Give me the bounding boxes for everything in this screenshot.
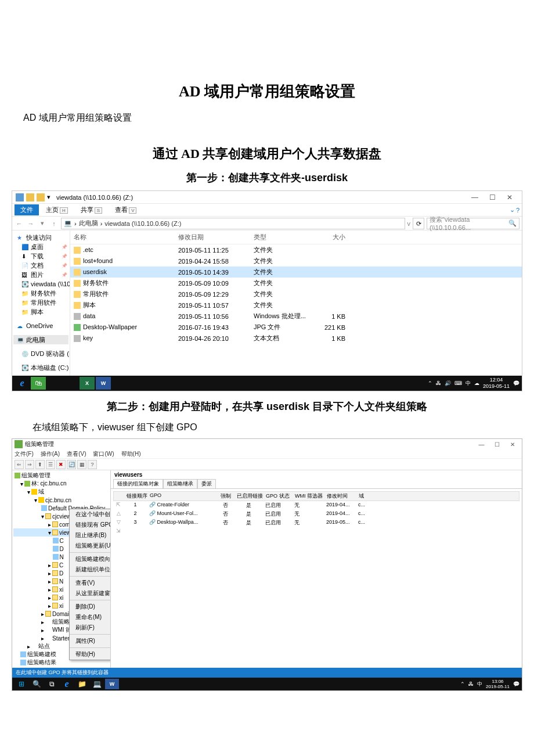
file-row[interactable]: .etc2019-05-11 11:25文件夹: [70, 244, 522, 255]
gp-col-mod[interactable]: 修改时间: [324, 492, 356, 501]
col-size[interactable]: 大小: [308, 232, 349, 243]
breadcrumb-location[interactable]: viewdata (\\10.10.0.66) (Z:): [104, 220, 181, 227]
gp-col-order[interactable]: 链接顺序: [124, 492, 147, 501]
col-type[interactable]: 类型: [250, 232, 308, 243]
ribbon-share-tab[interactable]: 共享S: [75, 204, 108, 215]
menu-view[interactable]: 查看(V): [67, 450, 86, 458]
ctx-props[interactable]: 属性(R): [70, 636, 111, 646]
file-row[interactable]: Desktop-Wallpaper2016-07-16 19:43JPG 文件2…: [70, 322, 522, 333]
gp-col-wmi[interactable]: WMI 筛选器: [293, 492, 324, 501]
file-row[interactable]: lost+found2019-04-24 15:58文件夹: [70, 255, 522, 267]
help-icon[interactable]: ?: [516, 207, 519, 214]
tool-forward-icon[interactable]: ⇒: [25, 460, 34, 469]
file-row[interactable]: userdisk2019-05-10 14:39文件夹: [70, 267, 522, 278]
tray-up-icon[interactable]: ⌃: [460, 681, 465, 687]
nav-thispc[interactable]: 💻此电脑: [13, 335, 68, 344]
nav-onedrive[interactable]: ☁OneDrive: [13, 321, 68, 330]
ctx-view[interactable]: 查看(V)▸: [70, 578, 111, 588]
maximize-button[interactable]: ☐: [484, 193, 501, 201]
tool-refresh-icon[interactable]: 🔄: [67, 460, 76, 469]
nav-pictures[interactable]: 🖼图片: [13, 270, 68, 279]
tab-inheritance[interactable]: 组策略继承: [163, 479, 197, 488]
tab-linked-gpo[interactable]: 链接的组策略对象: [113, 479, 163, 488]
taskbar-chrome-icon[interactable]: [63, 377, 78, 390]
tree-root[interactable]: 组策略管理: [13, 471, 109, 480]
nav-recent-button[interactable]: ▾: [38, 219, 47, 227]
ctx-model-wizard[interactable]: 组策略建模向导(G)...: [70, 554, 111, 564]
taskbar-firefox-icon[interactable]: [47, 377, 62, 390]
minimize-button[interactable]: —: [466, 193, 484, 201]
ctx-block-inherit[interactable]: 阻止继承(B): [70, 530, 111, 541]
gp-col-gpo[interactable]: GPO: [147, 492, 217, 501]
taskbar-explorer-icon[interactable]: 📁: [75, 679, 89, 689]
gpmc-clock[interactable]: 13:06 2019-05-11: [486, 679, 510, 689]
nav-viewdata[interactable]: 💽viewdata (\\10.10.: [13, 279, 68, 289]
tool-props-icon[interactable]: ☰: [46, 460, 55, 469]
tree-domain[interactable]: ▾ cjc.bnu.cn: [13, 496, 109, 504]
ctx-delete[interactable]: 删除(D): [70, 602, 111, 612]
file-row[interactable]: key2019-04-26 20:10文本文档1 KB: [70, 333, 522, 344]
tree-forest[interactable]: ▾ 林: cjc.bnu.cn: [13, 480, 109, 488]
ribbon-expand-icon[interactable]: ⌄: [510, 206, 515, 214]
menu-action[interactable]: 操作(A): [41, 450, 60, 458]
tool-x1-icon[interactable]: ▦: [77, 460, 86, 469]
col-name[interactable]: 名称: [70, 232, 175, 243]
ribbon-view-tab[interactable]: 查看V: [109, 204, 142, 215]
search-icon[interactable]: 🔍: [30, 679, 44, 689]
file-row[interactable]: data2019-05-11 10:56Windows 批处理...1 KB: [70, 311, 522, 322]
tray-volume-icon[interactable]: 🔊: [445, 380, 451, 386]
ctx-help[interactable]: 帮助(H): [70, 649, 111, 660]
ctx-refresh[interactable]: 刷新(F): [70, 622, 111, 633]
tray-ime-zh-icon[interactable]: 中: [477, 681, 482, 688]
tray-notifications-icon[interactable]: 💬: [513, 681, 519, 687]
nav-localdisk[interactable]: 💽本地磁盘 (C:): [13, 363, 68, 372]
qat-dropdown-icon[interactable]: ▾: [47, 193, 50, 201]
search-input[interactable]: 搜索"viewdata (\\10.10.0.66... 🔍: [427, 218, 519, 229]
ctx-link-gpo[interactable]: 链接现有 GPO(L)...: [70, 520, 111, 530]
file-row[interactable]: 常用软件2019-05-09 12:29文件夹: [70, 289, 522, 300]
taskbar-app-icon[interactable]: 💻: [90, 679, 104, 689]
tray-ime-icon[interactable]: ⌨: [454, 380, 462, 386]
taskbar-ie-icon[interactable]: e: [60, 679, 74, 689]
nav-scripts[interactable]: 📁脚本: [13, 307, 68, 316]
gp-col-status[interactable]: GPO 状态: [264, 492, 293, 501]
ribbon-home-tab[interactable]: 主页H: [40, 204, 74, 215]
nav-downloads[interactable]: ⬇下载: [13, 251, 68, 261]
tray-cloud-icon[interactable]: ☁: [474, 380, 479, 386]
ctx-new-ou[interactable]: 新建组织单位(N): [70, 564, 111, 575]
menu-help[interactable]: 帮助(H): [121, 450, 141, 458]
taskbar-clock[interactable]: 12:04 2019-05-11: [483, 377, 510, 390]
tool-up-icon[interactable]: ⬆: [35, 460, 45, 469]
tray-notifications-icon[interactable]: 💬: [513, 380, 519, 386]
menu-file[interactable]: 文件(F): [15, 450, 34, 458]
nav-documents[interactable]: 📄文档: [13, 261, 68, 270]
taskbar-word-icon[interactable]: W: [96, 377, 111, 390]
breadcrumb-pc[interactable]: 此电脑: [79, 219, 98, 228]
nav-fin[interactable]: 📁财务软件: [13, 289, 68, 298]
gpo-row[interactable]: ⇱1🔗 Create-Folder否是已启用无2019-04...c...: [113, 501, 519, 510]
nav-dvd[interactable]: 💿DVD 驱动器 (D:) CPI: [13, 349, 68, 358]
ctx-create-gpo[interactable]: 在这个域中创建 GPO 并在此处链接(C)...: [70, 509, 111, 520]
menu-window[interactable]: 窗口(W): [93, 450, 114, 458]
taskbar-store-icon[interactable]: 🛍: [31, 377, 46, 390]
tool-back-icon[interactable]: ⇐: [15, 460, 24, 469]
taskbar-ie-icon[interactable]: e: [15, 377, 30, 390]
taskbar-word-icon[interactable]: W: [105, 679, 119, 689]
gp-col-enabled[interactable]: 已启用链接: [234, 492, 264, 501]
taskbar-excel-icon[interactable]: X: [80, 377, 95, 390]
nav-up-button[interactable]: ↑: [49, 220, 59, 227]
ctx-gp-update[interactable]: 组策略更新(U)...: [70, 541, 111, 551]
gpo-row[interactable]: △2🔗 Mount-User-Fol...否是已启用无2019-04...c..…: [113, 510, 519, 519]
file-row[interactable]: 脚本2019-05-11 10:57文件夹: [70, 300, 522, 311]
nav-common[interactable]: 📁常用软件: [13, 298, 68, 307]
nav-forward-button[interactable]: →: [26, 220, 35, 227]
tray-network-icon[interactable]: 🖧: [436, 380, 441, 386]
nav-desktop[interactable]: 🟦桌面: [13, 242, 68, 251]
tray-ime-zh-icon[interactable]: 中: [466, 380, 471, 387]
close-button[interactable]: ✕: [506, 441, 519, 448]
nav-quick-access[interactable]: ★快速访问: [13, 233, 68, 242]
ctx-new-window[interactable]: 从这里新建窗口(W): [70, 588, 111, 599]
close-button[interactable]: ✕: [501, 193, 518, 201]
task-view-icon[interactable]: ⧉: [45, 679, 59, 689]
refresh-button[interactable]: ⟳: [413, 218, 424, 229]
